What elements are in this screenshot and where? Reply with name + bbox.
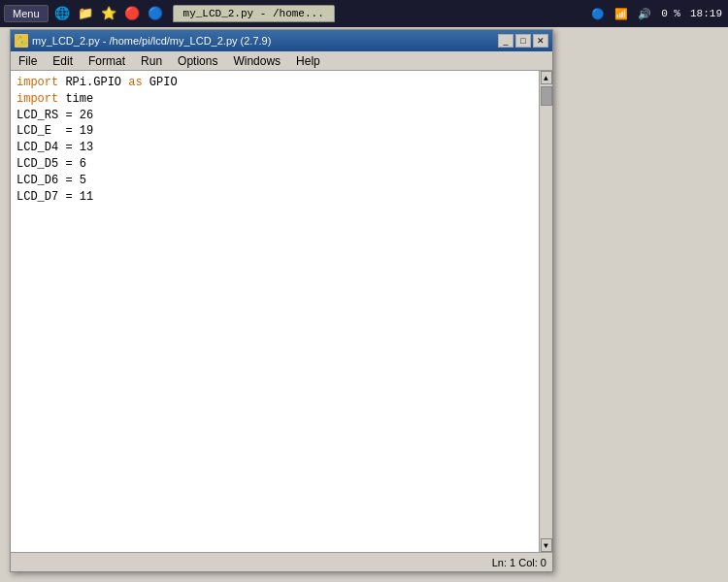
menu-edit[interactable]: Edit	[45, 51, 81, 70]
editor-wrapper: import RPi.GPIO as GPIO import time LCD_…	[11, 71, 552, 552]
cursor-position: Ln: 1 Col: 0	[492, 557, 546, 568]
menubar: File Edit Format Run Options Windows Hel…	[11, 51, 552, 71]
taskbar-right: 🔵 📶 🔊 0 % 18:19	[589, 8, 724, 20]
code-line: LCD_E = 19	[17, 123, 533, 140]
menu-windows[interactable]: Windows	[225, 51, 288, 70]
scroll-down[interactable]: ▼	[541, 538, 552, 552]
menu-file[interactable]: File	[11, 51, 45, 70]
menu-format[interactable]: Format	[81, 51, 133, 70]
editor-window: 🐍 my_LCD_2.py - /home/pi/lcd/my_LCD_2.py…	[10, 29, 553, 572]
code-line: LCD_D5 = 6	[17, 156, 533, 173]
statusbar: Ln: 1 Col: 0	[11, 552, 552, 571]
menu-button[interactable]: Menu	[4, 5, 49, 22]
scroll-up[interactable]: ▲	[541, 71, 552, 84]
code-line: LCD_RS = 26	[17, 108, 533, 124]
scroll-thumb[interactable]	[541, 86, 552, 106]
code-line: LCD_D6 = 5	[17, 173, 533, 189]
bluetooth-icon: 🔵	[589, 8, 607, 20]
window-icon: 🐍	[15, 34, 28, 48]
battery-label: 0 %	[659, 8, 682, 19]
close-button[interactable]: ✕	[533, 34, 548, 48]
menu-run[interactable]: Run	[133, 51, 170, 70]
taskbar-icon-3: ⭐	[99, 4, 118, 23]
code-line: LCD_D4 = 13	[17, 140, 533, 156]
app-tab[interactable]: my_LCD_2.py - /home...	[173, 5, 335, 22]
code-line: LCD_D7 = 11	[17, 189, 533, 206]
menu-options[interactable]: Options	[170, 51, 225, 70]
minimize-button[interactable]: _	[498, 34, 513, 48]
window-controls: _ □ ✕	[498, 34, 548, 48]
maximize-button[interactable]: □	[515, 34, 531, 48]
taskbar-icon-5: 🔵	[146, 4, 165, 23]
taskbar: Menu 🌐 📁 ⭐ 🔴 🔵 my_LCD_2.py - /home... 🔵 …	[0, 0, 728, 27]
taskbar-icon-4: 🔴	[122, 4, 142, 23]
scrollbar-vertical[interactable]: ▲ ▼	[539, 71, 552, 552]
volume-icon: 🔊	[636, 8, 653, 20]
taskbar-icon-2: 📁	[76, 4, 95, 23]
code-editor[interactable]: import RPi.GPIO as GPIO import time LCD_…	[11, 71, 539, 552]
window-titlebar: 🐍 my_LCD_2.py - /home/pi/lcd/my_LCD_2.py…	[11, 30, 552, 51]
menu-help[interactable]: Help	[288, 51, 328, 70]
clock: 18:19	[688, 8, 724, 19]
wifi-icon: 📶	[612, 8, 630, 20]
window-title: my_LCD_2.py - /home/pi/lcd/my_LCD_2.py (…	[32, 35, 498, 47]
code-line: import RPi.GPIO as GPIO	[17, 75, 533, 91]
taskbar-icon-1: 🌐	[52, 4, 72, 23]
code-line: import time	[17, 91, 533, 108]
